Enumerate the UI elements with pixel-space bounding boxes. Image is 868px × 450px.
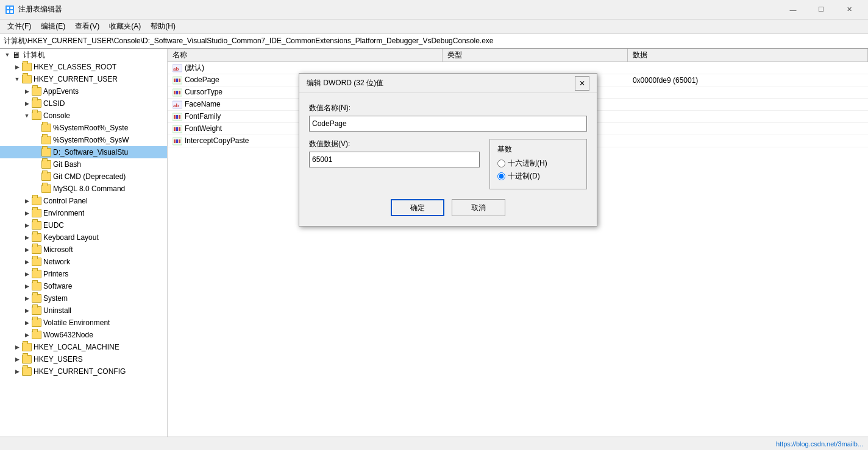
- folder-icon: [22, 75, 32, 83]
- window-title: 注册表编辑器: [18, 4, 779, 15]
- ok-button[interactable]: 确定: [391, 199, 444, 216]
- chevron-right-icon[interactable]: ▶: [12, 62, 22, 72]
- tree-item-gitcmd[interactable]: Git CMD (Deprecated): [0, 171, 167, 183]
- chevron-right-icon[interactable]: ▶: [12, 354, 22, 364]
- tree-item-keyboard-layout[interactable]: ▶ Keyboard Layout: [0, 231, 167, 244]
- tree-label-sysroot2: %SystemRoot%_SysW: [53, 136, 129, 144]
- tree-item-wow6432[interactable]: ▶ Wow6432Node: [0, 329, 167, 341]
- tree-label-clsid: CLSID: [43, 99, 65, 108]
- menu-view[interactable]: 查看(V): [70, 20, 104, 33]
- tree-label-network: Network: [43, 258, 70, 266]
- tree-label-gitcmd: Git CMD (Deprecated): [53, 172, 126, 181]
- tree-item-classes-root[interactable]: ▶ HKEY_CLASSES_ROOT: [0, 61, 167, 73]
- tree-item-current-config[interactable]: ▶ HKEY_CURRENT_CONFIG: [0, 365, 167, 378]
- chevron-right-icon[interactable]: ▶: [22, 281, 32, 291]
- tree-label-local-machine: HKEY_LOCAL_MACHINE: [34, 343, 119, 351]
- chevron-right-icon[interactable]: ▶: [22, 220, 32, 230]
- folder-icon: [32, 245, 41, 254]
- chevron-down-icon[interactable]: ▼: [12, 74, 22, 84]
- chevron-right-icon[interactable]: ▶: [22, 86, 32, 96]
- radio-hex[interactable]: 十六进制(H): [497, 158, 579, 169]
- dialog-dword[interactable]: 编辑 DWORD (32 位)值 ✕ 数值名称(N): 数值数据(V): 基数: [299, 73, 597, 227]
- chevron-right-icon[interactable]: ▶: [12, 367, 22, 376]
- tree-item-visualstu[interactable]: D:_Software_VisualStu: [0, 146, 167, 158]
- tree-label-appevents: AppEvents: [43, 87, 79, 96]
- tree-item-microsoft[interactable]: ▶ Microsoft: [0, 244, 167, 256]
- chevron-down-icon[interactable]: ▼: [22, 111, 32, 121]
- tree-root[interactable]: ▼ 🖥 计算机: [0, 49, 167, 61]
- chevron-right-icon[interactable]: ▶: [22, 208, 32, 218]
- ab-icon: ab: [173, 63, 182, 73]
- tree-item-network[interactable]: ▶ Network: [0, 256, 167, 268]
- chevron-right-icon[interactable]: ▶: [22, 99, 32, 108]
- tree-toggle-root[interactable]: ▼: [2, 50, 12, 60]
- chevron-right-icon[interactable]: ▶: [22, 257, 32, 267]
- tree-item-appevents[interactable]: ▶ AppEvents: [0, 85, 167, 97]
- svg-rect-23: [176, 127, 178, 131]
- dialog-close-button[interactable]: ✕: [575, 76, 589, 91]
- maximize-button[interactable]: ☐: [807, 0, 835, 19]
- table-row[interactable]: ab (默认): [168, 62, 868, 74]
- tree-root-label: 计算机: [23, 50, 45, 60]
- menu-edit[interactable]: 编辑(E): [36, 20, 70, 33]
- value-data-input[interactable]: [309, 152, 480, 167]
- base-label: 基数: [497, 144, 579, 155]
- tree-label-volatile: Volatile Environment: [43, 318, 110, 327]
- tree-item-environment[interactable]: ▶ Environment: [0, 207, 167, 219]
- chevron-right-icon[interactable]: ▶: [22, 245, 32, 255]
- tree-label-system: System: [43, 294, 68, 303]
- decimal-radio[interactable]: [497, 172, 505, 180]
- tree-label-printers: Printers: [43, 270, 68, 278]
- cell-name: ab (默认): [168, 62, 443, 74]
- close-button[interactable]: ✕: [835, 0, 863, 19]
- tree-label-environment: Environment: [43, 209, 84, 217]
- dialog-title-bar: 编辑 DWORD (32 位)值 ✕: [299, 74, 597, 93]
- tree-item-mysql[interactable]: MySQL 8.0 Command: [0, 183, 167, 195]
- tree-item-volatile[interactable]: ▶ Volatile Environment: [0, 317, 167, 329]
- tree-label-microsoft: Microsoft: [43, 245, 73, 254]
- svg-rect-3: [7, 10, 9, 13]
- svg-text:ab: ab: [173, 66, 179, 72]
- tree-item-uninstall[interactable]: ▶ Uninstall: [0, 304, 167, 317]
- cell-type: [443, 62, 628, 74]
- tree-item-users[interactable]: ▶ HKEY_USERS: [0, 353, 167, 365]
- tree-item-clsid[interactable]: ▶ CLSID: [0, 97, 167, 110]
- tree-item-gitbash[interactable]: Git Bash: [0, 158, 167, 171]
- minimize-button[interactable]: —: [779, 0, 807, 19]
- radio-decimal[interactable]: 十进制(D): [497, 171, 579, 181]
- tree-panel[interactable]: ▼ 🖥 计算机 ▶ HKEY_CLASSES_ROOT ▼ HKEY_CURRE…: [0, 49, 168, 437]
- tree-item-software[interactable]: ▶ Software: [0, 280, 167, 292]
- cell-data: [628, 86, 868, 99]
- menu-file[interactable]: 文件(F): [2, 20, 36, 33]
- menu-help[interactable]: 帮助(H): [146, 20, 180, 33]
- chevron-right-icon[interactable]: ▶: [22, 196, 32, 206]
- tree-item-controlpanel[interactable]: ▶ Control Panel: [0, 195, 167, 207]
- tree-item-local-machine[interactable]: ▶ HKEY_LOCAL_MACHINE: [0, 341, 167, 353]
- chevron-right-icon[interactable]: ▶: [22, 269, 32, 279]
- tree-item-printers[interactable]: ▶ Printers: [0, 268, 167, 280]
- tree-item-eudc[interactable]: ▶ EUDC: [0, 219, 167, 231]
- tree-item-console[interactable]: ▼ Console: [0, 110, 167, 122]
- value-name-input[interactable]: [309, 116, 587, 132]
- svg-rect-20: [179, 115, 180, 119]
- spacer: [32, 184, 41, 194]
- chevron-right-icon[interactable]: ▶: [12, 342, 22, 352]
- cancel-button[interactable]: 取消: [452, 199, 505, 216]
- chevron-right-icon[interactable]: ▶: [22, 330, 32, 340]
- tree-item-current-user[interactable]: ▼ HKEY_CURRENT_USER: [0, 73, 167, 85]
- value-data-label: 数值数据(V):: [309, 139, 480, 149]
- tree-label-console: Console: [43, 111, 70, 120]
- chevron-right-icon[interactable]: ▶: [22, 233, 32, 242]
- tree-item-sysroot1[interactable]: %SystemRoot%_Syste: [0, 122, 167, 134]
- decimal-label: 十进制(D): [508, 171, 540, 181]
- chevron-right-icon[interactable]: ▶: [22, 318, 32, 328]
- tree-item-system[interactable]: ▶ System: [0, 292, 167, 304]
- hex-radio[interactable]: [497, 160, 505, 167]
- hex-label: 十六进制(H): [508, 158, 547, 169]
- tree-item-sysroot2[interactable]: %SystemRoot%_SysW: [0, 134, 167, 146]
- chevron-right-icon[interactable]: ▶: [22, 306, 32, 315]
- menu-favorites[interactable]: 收藏夹(A): [104, 20, 146, 33]
- col-name: 名称: [168, 49, 443, 62]
- chevron-right-icon[interactable]: ▶: [22, 294, 32, 303]
- tree-label-uninstall: Uninstall: [43, 306, 71, 315]
